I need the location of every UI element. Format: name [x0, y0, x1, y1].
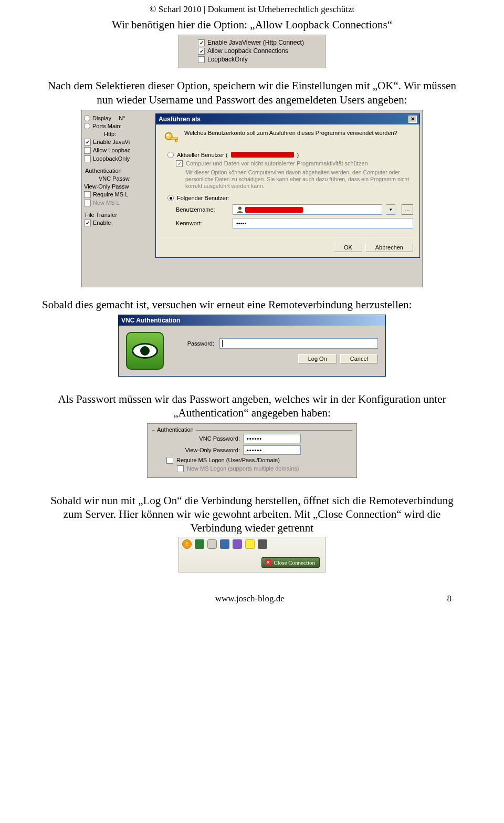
para-2: Nach dem Selektieren dieser Option, spei…	[42, 79, 462, 107]
checkbox-enable-javaviewer[interactable]: ✓	[198, 39, 205, 46]
ok-button[interactable]: OK	[334, 243, 362, 252]
checkbox-loopback-only[interactable]	[198, 56, 205, 63]
username-input[interactable]	[233, 204, 382, 215]
label-current-user: Aktueller Benutzer (	[177, 152, 228, 158]
tray-icon-4	[233, 539, 242, 549]
radio-current-user[interactable]	[167, 152, 174, 158]
browse-user-button[interactable]: ...	[402, 204, 413, 215]
label-protect: Computer und Daten vor nicht autorisiert…	[186, 160, 368, 166]
logon-button[interactable]: Log On	[298, 354, 337, 363]
svg-rect-1	[171, 138, 177, 140]
vnc-password-label: Password:	[172, 340, 214, 347]
page-header: © Scharl 2010 | Dokument ist Urheberrech…	[42, 4, 462, 15]
para-3: Sobald dies gemacht ist, versuchen wir e…	[42, 298, 462, 311]
close-x-icon: ✕	[265, 559, 271, 566]
para-5: Sobald wir nun mit „Log On“ die Verbindu…	[42, 494, 462, 535]
screenshot-vnc-auth: VNC Authentication Password: Log On Canc…	[118, 315, 386, 377]
label-username: Benutzername:	[176, 206, 228, 213]
protect-description: Mit dieser Option können Computerviren d…	[185, 169, 413, 190]
tray-icon-5	[245, 539, 255, 549]
label-require-ms-logon: Require MS Logon (User/Pass./Domain)	[176, 457, 280, 463]
footer-page: 8	[447, 593, 452, 604]
svg-point-3	[166, 134, 169, 137]
screenshot-runas-dialog: Display N° Ports Main: Http: ✓Enable Jav…	[81, 110, 423, 287]
label-enable-javaviewer: Enable JavaViewer (Http Connect)	[207, 39, 304, 46]
footer-url: www.josch-blog.de	[215, 593, 285, 604]
tray-icon-1	[195, 539, 204, 549]
label-new-ms-logon: New MS Logon (supports multiple domains)	[187, 465, 299, 472]
tray-icon-3	[220, 539, 229, 549]
tray-icon-2	[207, 539, 217, 549]
tray-icon-6	[258, 539, 267, 549]
vnc-auth-title: VNC Authentication	[119, 315, 385, 326]
label-loopback-only: LoopbackOnly	[207, 56, 248, 63]
close-connection-label: Close Connection	[274, 559, 315, 566]
screenshot-loopback-options: ✓ Enable JavaViewer (Http Connect) ✓ All…	[178, 35, 326, 68]
viewonly-pw-label: View-Only Password:	[166, 447, 240, 453]
close-connection-button[interactable]: ✕ Close Connection	[261, 557, 320, 568]
auth-group-label: Authentication	[155, 426, 196, 433]
bg-settings-left: Display N° Ports Main: Http: ✓Enable Jav…	[82, 110, 155, 287]
vnc-pw-label: VNC Password:	[166, 435, 240, 442]
svg-point-4	[238, 207, 242, 210]
checkbox-allow-loopback[interactable]: ✓	[198, 48, 205, 55]
radio-following-user[interactable]	[167, 195, 174, 201]
label-allow-loopback: Allow Loopback Connections	[207, 47, 288, 55]
label-password: Kennwort:	[176, 220, 228, 226]
vnc-eye-icon	[126, 332, 164, 370]
tray-area: !	[182, 539, 267, 549]
checkbox-protect[interactable]: ✓	[176, 160, 183, 167]
viewonly-pw-field[interactable]: ••••••	[243, 445, 301, 455]
key-icon	[162, 130, 180, 148]
user-icon	[236, 206, 244, 213]
username-dropdown-button[interactable]: ▾	[386, 204, 395, 215]
vnc-password-input[interactable]	[219, 338, 378, 349]
svg-rect-2	[175, 140, 177, 142]
screenshot-close-connection: ! ✕ Close Connection	[178, 537, 326, 572]
cancel-button[interactable]: Abbrechen	[365, 243, 413, 252]
vnc-cancel-button[interactable]: Cancel	[340, 354, 378, 363]
vnc-pw-field[interactable]: ••••••	[243, 434, 301, 443]
redacted-user-value	[245, 207, 303, 213]
checkbox-new-ms-logon[interactable]	[177, 465, 184, 472]
dialog-title: Ausführen als	[159, 116, 201, 123]
close-icon[interactable]: ✕	[408, 116, 417, 123]
redacted-username	[231, 152, 294, 158]
para-1: Wir benötigen hier die Option: „Allow Lo…	[42, 18, 462, 32]
screenshot-auth-group: Authentication VNC Password: •••••• View…	[147, 423, 357, 478]
label-following-user: Folgender Benutzer:	[177, 195, 229, 201]
para-4: Als Passwort müssen wir das Passwort ang…	[42, 392, 462, 420]
password-input[interactable]: •••••	[233, 218, 413, 228]
checkbox-require-ms-logon[interactable]	[166, 457, 173, 464]
runas-dialog: Ausführen als ✕ Welches Benutzerkonto so…	[155, 113, 420, 258]
runas-question: Welches Benutzerkonto soll zum Ausführen…	[184, 130, 397, 136]
alert-icon: !	[182, 539, 192, 549]
